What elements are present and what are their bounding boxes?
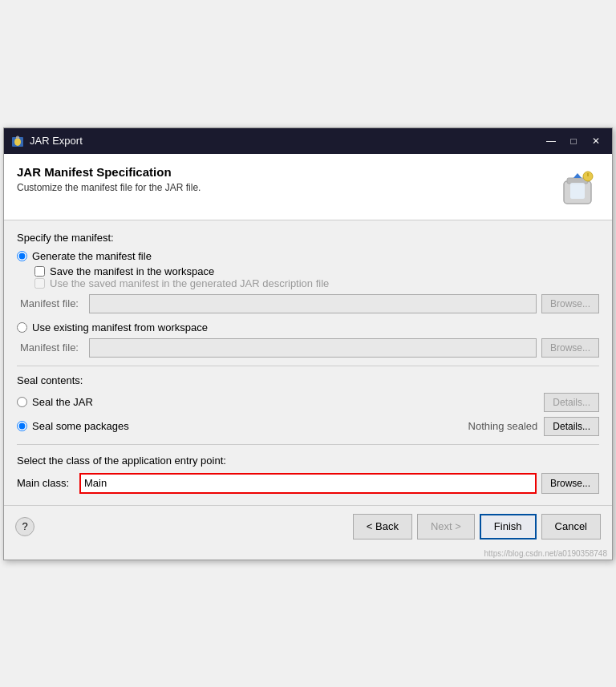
generate-manifest-label: Generate the manifest file xyxy=(32,250,152,262)
back-button[interactable]: < Back xyxy=(353,514,412,539)
manifest-radio-group: Generate the manifest file Save the mani… xyxy=(17,250,599,289)
use-saved-checkbox xyxy=(34,278,45,289)
manifest-browse-btn-2: Browse... xyxy=(541,338,599,358)
header-text: JAR Manifest Specification Customize the… xyxy=(17,165,201,193)
next-button: Next > xyxy=(417,514,475,539)
seal-packages-radio-item[interactable]: Seal some packages xyxy=(17,420,468,432)
save-workspace-label: Save the manifest in the workspace xyxy=(50,265,214,277)
jar-export-window: JAR Export — □ ✕ JAR Manifest Specificat… xyxy=(3,127,613,560)
use-saved-label: Use the saved manifest in the generated … xyxy=(50,277,329,289)
manifest-browse-btn-1: Browse... xyxy=(541,294,599,313)
seal-jar-row: Seal the JAR Details... xyxy=(17,393,599,412)
close-button[interactable]: ✕ xyxy=(586,133,606,149)
window-controls: — □ ✕ xyxy=(541,133,606,149)
seal-jar-details-btn: Details... xyxy=(544,393,599,412)
save-workspace-checkbox-item[interactable]: Save the manifest in the workspace xyxy=(34,265,599,277)
svg-rect-6 xyxy=(570,183,585,199)
svg-point-1 xyxy=(14,138,21,146)
use-existing-radio[interactable] xyxy=(17,322,27,333)
header-title: JAR Manifest Specification xyxy=(17,165,201,179)
seal-jar-radio[interactable] xyxy=(17,397,27,407)
seal-jar-label: Seal the JAR xyxy=(32,396,93,408)
specify-manifest-label: Specify the manifest: xyxy=(17,232,599,244)
entry-point-section: Select the class of the application entr… xyxy=(17,455,599,494)
main-content: Specify the manifest: Generate the manif… xyxy=(4,220,612,505)
nothing-sealed-label: Nothing sealed xyxy=(468,420,538,432)
help-button[interactable]: ? xyxy=(15,517,34,536)
manifest-file-label-1: Manifest file: xyxy=(20,297,84,309)
generate-manifest-radio[interactable] xyxy=(17,251,27,261)
footer: ? < Back Next > Finish Cancel xyxy=(4,505,612,548)
footer-right: < Back Next > Finish Cancel xyxy=(353,514,601,539)
seal-contents-label: Seal contents: xyxy=(17,374,599,386)
main-class-input[interactable] xyxy=(79,473,537,494)
manifest-file-input-1 xyxy=(89,294,537,313)
manifest-file-row-2: Manifest file: Browse... xyxy=(17,338,599,358)
use-existing-label: Use existing manifest from workspace xyxy=(32,321,208,333)
seal-packages-radio[interactable] xyxy=(17,421,27,431)
divider-1 xyxy=(17,366,599,366)
footer-left: ? xyxy=(15,517,34,536)
use-saved-checkbox-item: Use the saved manifest in the generated … xyxy=(34,277,599,289)
specify-manifest-section: Specify the manifest: Generate the manif… xyxy=(17,232,599,358)
finish-button[interactable]: Finish xyxy=(480,514,537,539)
svg-rect-9 xyxy=(587,173,589,176)
seal-packages-row: Seal some packages Nothing sealed Detail… xyxy=(17,417,599,436)
maximize-button[interactable]: □ xyxy=(564,133,583,149)
main-class-browse-btn[interactable]: Browse... xyxy=(541,473,599,494)
manifest-file-row-1: Manifest file: Browse... xyxy=(17,294,599,313)
generate-options: Save the manifest in the workspace Use t… xyxy=(17,265,599,289)
use-existing-radio-item[interactable]: Use existing manifest from workspace xyxy=(17,321,599,333)
window-icon xyxy=(10,134,25,148)
manifest-file-input-2 xyxy=(89,338,537,358)
titlebar: JAR Export — □ ✕ xyxy=(4,128,612,154)
manifest-file-label-2: Manifest file: xyxy=(20,341,84,354)
main-class-row: Main class: Browse... xyxy=(17,473,599,494)
cancel-button[interactable]: Cancel xyxy=(541,514,601,539)
minimize-button[interactable]: — xyxy=(541,133,561,149)
entry-point-label: Select the class of the application entr… xyxy=(17,455,599,467)
watermark: https://blog.csdn.net/a0190358748 xyxy=(4,548,612,560)
jar-header-icon xyxy=(556,165,599,208)
seal-contents-section: Seal contents: Seal the JAR Details... S… xyxy=(17,374,599,436)
save-workspace-checkbox[interactable] xyxy=(34,266,45,277)
generate-manifest-radio-item[interactable]: Generate the manifest file xyxy=(17,250,599,262)
seal-packages-details-btn[interactable]: Details... xyxy=(544,417,599,436)
window-title: JAR Export xyxy=(30,135,537,147)
seal-packages-label: Seal some packages xyxy=(32,420,129,432)
header-subtitle: Customize the manifest file for the JAR … xyxy=(17,182,201,193)
svg-marker-7 xyxy=(573,173,582,178)
svg-rect-3 xyxy=(18,135,18,137)
header-section: JAR Manifest Specification Customize the… xyxy=(4,154,612,220)
main-class-label: Main class: xyxy=(17,477,75,489)
seal-jar-radio-item[interactable]: Seal the JAR xyxy=(17,396,544,408)
divider-2 xyxy=(17,444,599,445)
